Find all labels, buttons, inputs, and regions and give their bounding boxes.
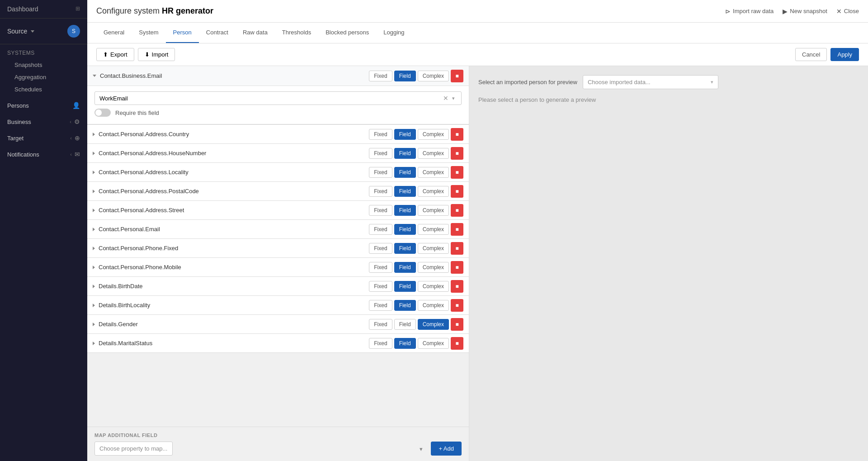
tab-blocked-persons[interactable]: Blocked persons (318, 23, 376, 43)
field-btn[interactable]: Field (394, 281, 416, 292)
expanded-header: Contact.Business.Email Fixed Field Compl… (87, 66, 469, 86)
field-value-select[interactable]: WorkEmail ✕ ▾ (94, 91, 462, 105)
field-btn[interactable]: Field (394, 205, 416, 216)
cancel-button[interactable]: Cancel (795, 48, 827, 61)
tab-contract[interactable]: Contract (199, 23, 236, 43)
delete-btn[interactable]: ■ (451, 128, 463, 141)
fixed-btn[interactable]: Fixed (369, 319, 392, 330)
delete-button-expanded[interactable]: ■ (451, 70, 463, 82)
import-button[interactable]: ⬇ Import (138, 48, 175, 61)
fixed-button-expanded[interactable]: Fixed (369, 71, 392, 81)
sidebar-item-aggregation[interactable]: Aggregation (7, 71, 80, 83)
fixed-btn[interactable]: Fixed (369, 148, 392, 159)
fixed-btn[interactable]: Fixed (369, 186, 392, 197)
sidebar-logo[interactable]: Dashboard ⊞ (0, 0, 87, 19)
tab-bar: General System Person Contract Raw data … (87, 23, 868, 43)
complex-btn[interactable]: Complex (418, 243, 449, 254)
fixed-btn[interactable]: Fixed (369, 167, 392, 178)
complex-btn[interactable]: Complex (418, 167, 449, 178)
complex-button-expanded[interactable]: Complex (418, 71, 449, 81)
tab-raw-data[interactable]: Raw data (236, 23, 275, 43)
complex-btn[interactable]: Complex (418, 262, 449, 273)
tab-system[interactable]: System (132, 23, 165, 43)
field-btn[interactable]: Field (394, 186, 416, 197)
complex-btn[interactable]: Complex (418, 186, 449, 197)
clear-icon[interactable]: ✕ (441, 95, 450, 102)
delete-btn[interactable]: ■ (451, 280, 463, 293)
new-snapshot-button[interactable]: ▶ New snapshot (783, 8, 827, 15)
import-raw-data-button[interactable]: ⊳ Import raw data (725, 8, 774, 15)
fixed-btn[interactable]: Fixed (369, 224, 392, 235)
delete-btn[interactable]: ■ (451, 166, 463, 179)
delete-btn[interactable]: ■ (451, 318, 463, 331)
fixed-btn[interactable]: Fixed (369, 300, 392, 311)
complex-btn[interactable]: Complex (418, 319, 449, 330)
trash-icon: ■ (455, 188, 458, 195)
apply-button[interactable]: Apply (830, 48, 859, 61)
delete-btn[interactable]: ■ (451, 261, 463, 274)
delete-btn[interactable]: ■ (451, 242, 463, 255)
delete-btn[interactable]: ■ (451, 204, 463, 217)
fixed-btn[interactable]: Fixed (369, 262, 392, 273)
field-btn[interactable]: Field (394, 148, 416, 159)
field-btn[interactable]: Field (394, 338, 416, 349)
delete-btn[interactable]: ■ (451, 223, 463, 236)
complex-btn[interactable]: Complex (418, 338, 449, 349)
complex-btn[interactable]: Complex (418, 281, 449, 292)
delete-btn[interactable]: ■ (451, 185, 463, 198)
field-btn[interactable]: Field (394, 262, 416, 273)
field-button-expanded[interactable]: Field (394, 71, 416, 81)
fixed-btn[interactable]: Fixed (369, 129, 392, 140)
sidebar-item-schedules[interactable]: Schedules (7, 83, 80, 95)
trash-icon-expanded: ■ (455, 73, 458, 79)
fixed-btn[interactable]: Fixed (369, 205, 392, 216)
dropdown-arrow-icon[interactable]: ▾ (450, 95, 457, 101)
delete-btn[interactable]: ■ (451, 147, 463, 160)
tab-thresholds[interactable]: Thresholds (275, 23, 318, 43)
tab-person[interactable]: Person (166, 23, 199, 43)
mapping-item-label: Contact.Personal.Address.Country (93, 131, 369, 138)
require-toggle[interactable] (94, 109, 111, 117)
sidebar-item-snapshots[interactable]: Snapshots (7, 59, 80, 71)
mapping-item-label: Details.MaritalStatus (93, 340, 369, 347)
sidebar-source[interactable]: Source S (0, 19, 87, 44)
row-buttons: Fixed Field Complex ■ (369, 242, 463, 255)
complex-btn[interactable]: Complex (418, 224, 449, 235)
tab-general[interactable]: General (96, 23, 132, 43)
fixed-btn[interactable]: Fixed (369, 338, 392, 349)
sidebar-item-business[interactable]: Business ‹ ⚙ (0, 114, 87, 130)
row-chevron-icon (93, 152, 95, 155)
mapping-item-label: Contact.Personal.Address.Street (93, 207, 369, 214)
field-btn[interactable]: Field (394, 300, 416, 311)
sidebar: Dashboard ⊞ Source S Systems Snapshots A… (0, 0, 87, 461)
complex-btn[interactable]: Complex (418, 148, 449, 159)
trash-icon: ■ (455, 169, 458, 176)
complex-btn[interactable]: Complex (418, 205, 449, 216)
sidebar-item-notifications[interactable]: Notifications ‹ ✉ (0, 146, 87, 162)
delete-btn[interactable]: ■ (451, 299, 463, 312)
field-btn[interactable]: Field (394, 243, 416, 254)
fixed-btn[interactable]: Fixed (369, 281, 392, 292)
page-title: Configure system HR generator (96, 6, 213, 16)
close-button[interactable]: ✕ Close (836, 8, 859, 15)
field-btn[interactable]: Field (394, 224, 416, 235)
field-btn[interactable]: Field (394, 319, 416, 330)
sidebar-item-target[interactable]: Target ‹ ⊕ (0, 130, 87, 146)
complex-btn[interactable]: Complex (418, 300, 449, 311)
complex-btn[interactable]: Complex (418, 129, 449, 140)
row-chevron-icon (93, 171, 95, 174)
systems-title: Systems (7, 50, 80, 56)
delete-btn[interactable]: ■ (451, 337, 463, 350)
expanded-mapping-item: Contact.Business.Email Fixed Field Compl… (87, 66, 469, 125)
notifications-icon: ✉ (75, 151, 80, 158)
tab-logging[interactable]: Logging (376, 23, 411, 43)
field-btn[interactable]: Field (394, 129, 416, 140)
export-button[interactable]: ⬆ Export (96, 48, 134, 61)
add-field-button[interactable]: + Add (431, 442, 462, 456)
fixed-btn[interactable]: Fixed (369, 243, 392, 254)
field-btn[interactable]: Field (394, 167, 416, 178)
property-select[interactable]: Choose property to map... (94, 442, 173, 456)
sidebar-item-persons[interactable]: Persons 👤 (0, 97, 87, 114)
row-buttons: Fixed Field Complex ■ (369, 147, 463, 160)
imported-data-select[interactable]: Choose imported data... ▾ (583, 75, 718, 89)
